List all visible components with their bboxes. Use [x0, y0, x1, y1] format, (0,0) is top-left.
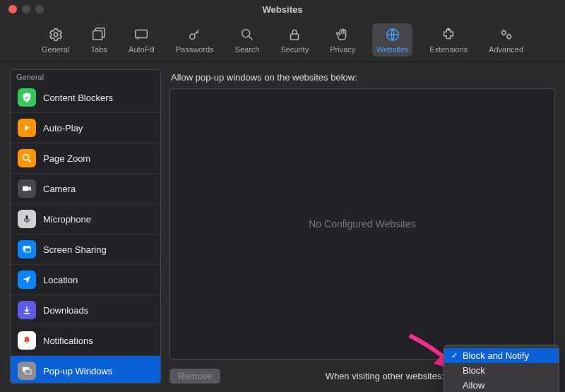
svg-rect-12: [25, 215, 28, 220]
policy-dropdown: ✓ Block and Notify Block Allow: [444, 345, 559, 392]
sidebar-label: Downloads: [43, 305, 88, 316]
tab-label: Advanced: [489, 45, 523, 54]
sidebar-item-content-blockers[interactable]: Content Blockers: [11, 83, 160, 113]
lock-icon: [286, 26, 303, 43]
tab-websites[interactable]: Websites: [372, 23, 412, 57]
tab-privacy[interactable]: Privacy: [326, 23, 359, 57]
empty-state-text: No Configured Websites: [309, 218, 415, 230]
svg-rect-5: [291, 34, 299, 40]
puzzle-icon: [440, 26, 457, 43]
tab-advanced[interactable]: Advanced: [484, 23, 528, 57]
content-area: General Content Blockers Auto-Play Page …: [0, 62, 565, 392]
screen-icon: [18, 240, 36, 259]
svg-rect-16: [25, 369, 31, 374]
sidebar-label: Notifications: [43, 335, 93, 346]
sidebar-item-camera[interactable]: Camera: [11, 174, 160, 204]
checkmark-icon: ✓: [450, 351, 458, 360]
tab-label: Search: [235, 45, 260, 54]
footer-label: When visiting other websites:: [326, 371, 444, 381]
globe-icon: [384, 26, 401, 43]
sidebar-label: Location: [43, 275, 78, 285]
main-panel: Allow pop-up windows on the websites bel…: [170, 69, 555, 384]
key-icon: [186, 26, 203, 43]
play-icon: [18, 119, 36, 137]
svg-rect-14: [25, 248, 30, 252]
sidebar: General Content Blockers Auto-Play Page …: [10, 69, 161, 384]
svg-point-10: [23, 155, 29, 160]
sidebar-section-header: General: [11, 70, 160, 83]
shield-check-icon: [18, 88, 36, 107]
sidebar-item-notifications[interactable]: Notifications: [11, 326, 160, 356]
tab-label: Extensions: [429, 45, 468, 54]
tab-extensions[interactable]: Extensions: [425, 23, 472, 57]
tab-label: AutoFill: [129, 45, 155, 54]
search-icon: [239, 26, 256, 43]
window-title: Websites: [0, 4, 565, 15]
tab-autofill[interactable]: AutoFill: [124, 23, 159, 57]
tab-label: Websites: [376, 45, 408, 54]
sidebar-label: Microphone: [43, 214, 91, 225]
hand-icon: [334, 26, 351, 43]
dropdown-label: Allow: [463, 380, 484, 391]
dropdown-item-block-and-notify[interactable]: ✓ Block and Notify: [444, 348, 559, 363]
bell-icon: [18, 331, 36, 350]
tabs-icon: [90, 26, 107, 43]
remove-button[interactable]: Remove: [170, 369, 220, 384]
sidebar-item-location[interactable]: Location: [11, 265, 160, 295]
dropdown-item-allow[interactable]: Allow: [444, 378, 559, 392]
tab-label: Security: [280, 45, 309, 54]
sidebar-label: Page Zoom: [43, 153, 90, 164]
main-heading: Allow pop-up windows on the websites bel…: [171, 72, 555, 83]
sidebar-item-screen-sharing[interactable]: Screen Sharing: [11, 234, 160, 265]
tab-tabs[interactable]: Tabs: [86, 23, 112, 57]
titlebar: Websites: [0, 0, 565, 18]
sidebar-label: Content Blockers: [43, 93, 113, 103]
tab-label: Privacy: [330, 45, 355, 54]
dropdown-label: Block: [463, 365, 485, 376]
tab-general[interactable]: General: [37, 23, 73, 57]
sidebar-item-popup-windows[interactable]: Pop-up Windows: [11, 356, 160, 384]
svg-rect-2: [136, 30, 148, 38]
location-arrow-icon: [18, 271, 36, 289]
sidebar-item-page-zoom[interactable]: Page Zoom: [11, 143, 160, 174]
sidebar-label: Auto-Play: [43, 123, 83, 133]
gears-icon: [498, 26, 515, 43]
sidebar-label: Pop-up Windows: [43, 366, 112, 376]
windows-icon: [18, 362, 36, 380]
websites-list[interactable]: No Configured Websites: [170, 88, 555, 360]
sidebar-label: Screen Sharing: [43, 244, 107, 255]
preferences-toolbar: General Tabs AutoFill Passwords Search S…: [0, 18, 565, 62]
dropdown-label: Block and Notify: [463, 350, 529, 361]
pencil-icon: [133, 26, 150, 43]
svg-rect-11: [23, 186, 29, 191]
svg-rect-1: [93, 31, 102, 40]
tab-label: Passwords: [176, 45, 214, 54]
dropdown-item-block[interactable]: Block: [444, 363, 559, 378]
gear-icon: [47, 26, 64, 43]
camera-icon: [18, 179, 36, 198]
download-icon: [18, 301, 36, 319]
sidebar-item-downloads[interactable]: Downloads: [11, 295, 160, 326]
tab-search[interactable]: Search: [231, 23, 264, 57]
sidebar-item-auto-play[interactable]: Auto-Play: [11, 113, 160, 143]
svg-point-0: [54, 32, 58, 37]
microphone-icon: [18, 210, 36, 228]
tab-passwords[interactable]: Passwords: [172, 23, 218, 57]
sidebar-label: Camera: [43, 184, 76, 194]
tab-label: General: [42, 45, 69, 54]
tab-label: Tabs: [90, 45, 107, 54]
sidebar-item-microphone[interactable]: Microphone: [11, 204, 160, 234]
magnify-icon: [18, 149, 36, 167]
tab-security[interactable]: Security: [276, 23, 313, 57]
svg-point-3: [189, 34, 194, 39]
svg-point-4: [242, 30, 250, 37]
